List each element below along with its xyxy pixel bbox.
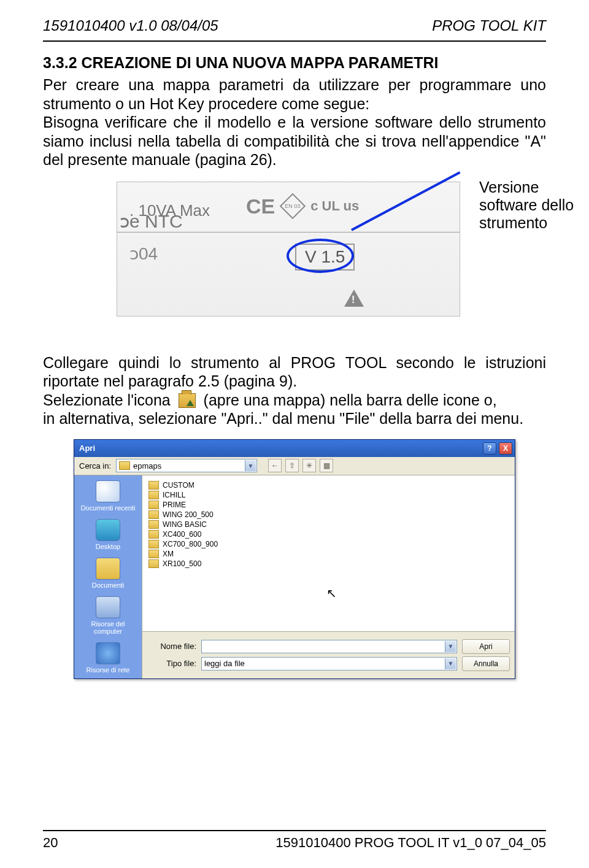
- ce-mark-icon: CE: [246, 194, 275, 218]
- chevron-down-icon[interactable]: ▼: [245, 460, 256, 471]
- paragraph-1a: Per creare una mappa parametri da utiliz…: [43, 75, 546, 113]
- documents-icon: [96, 558, 120, 580]
- header-left: 1591010400 v1.0 08/04/05: [43, 17, 218, 34]
- list-item[interactable]: XM: [147, 549, 510, 559]
- blue-circle-annotation: [287, 239, 354, 273]
- folder-icon: [148, 559, 159, 568]
- desktop-icon: [96, 519, 120, 541]
- paragraph-1b: Bisogna verificare che il modello e la v…: [43, 113, 546, 169]
- cancel-button[interactable]: Annulla: [462, 656, 510, 671]
- cert-icons: CE EN 03 c UL us: [246, 194, 359, 218]
- dialog-toolbar: Cerca in: epmaps ▼ ← ⇧ ✳ ▦: [74, 457, 515, 475]
- en-diamond-icon: EN 03: [280, 193, 306, 219]
- folder-icon: [148, 530, 159, 539]
- sidebar-item-recent[interactable]: Documenti recenti: [80, 480, 136, 512]
- folder-icon: [148, 491, 159, 499]
- device-label-figure: . 10VA Max ɔe NTC CE EN 03 c UL us ͻ04 V…: [117, 182, 460, 317]
- warning-triangle-icon: [344, 290, 364, 307]
- open-file-dialog: Apri ? X Cerca in: epmaps ▼ ← ⇧ ✳ ▦ Docu…: [74, 439, 515, 679]
- network-icon: [96, 642, 120, 664]
- folder-icon: [119, 461, 130, 470]
- folder-icon: [148, 540, 159, 548]
- dialog-titlebar[interactable]: Apri ? X: [74, 440, 515, 457]
- places-sidebar: Documenti recenti Desktop Documenti Riso…: [74, 475, 142, 678]
- section-title: 3.3.2 CREAZIONE DI UNA NUOVA MAPPA PARAM…: [43, 54, 546, 72]
- header-rule: [43, 40, 546, 42]
- open-map-icon: [179, 393, 196, 408]
- file-list[interactable]: CUSTOM ICHILL PRIME WING 200_500 WING BA…: [142, 475, 515, 631]
- filetype-label: Tipo file:: [147, 659, 196, 668]
- computer-icon: [96, 596, 120, 618]
- list-item[interactable]: WING BASIC: [147, 520, 510, 529]
- filetype-combo[interactable]: leggi da file▼: [201, 657, 457, 670]
- sidebar-item-documents[interactable]: Documenti: [80, 558, 136, 589]
- paragraph-2c: in alternativa, selezionare "Apri.." dal…: [43, 409, 546, 428]
- sidebar-item-computer[interactable]: Risorse del computer: [80, 596, 136, 635]
- folder-icon: [148, 510, 159, 519]
- sidebar-item-network[interactable]: Risorse di rete: [80, 642, 136, 674]
- folder-icon: [148, 550, 159, 558]
- label-ntc-text: ɔe NTC: [120, 210, 183, 232]
- list-item[interactable]: WING 200_500: [147, 510, 510, 520]
- paragraph-2a: Collegare quindi lo strumento al PROG TO…: [43, 353, 546, 391]
- dialog-title: Apri: [79, 444, 95, 453]
- list-item[interactable]: XR100_500: [147, 559, 510, 569]
- ul-mark-icon: c UL us: [310, 198, 359, 214]
- chevron-down-icon[interactable]: ▼: [445, 641, 456, 652]
- folder-icon: [148, 481, 159, 490]
- folder-icon: [148, 501, 159, 509]
- open-button[interactable]: Apri: [462, 639, 510, 654]
- view-mode-button[interactable]: ▦: [320, 459, 333, 472]
- paragraph-2b-pre: Selezionate l'icona: [43, 391, 171, 409]
- footer-right: 1591010400 PROG TOOL IT v1_0 07_04_05: [275, 835, 546, 851]
- paragraph-2b-post: (apre una mappa) nella barra delle icone…: [204, 391, 497, 409]
- recent-docs-icon: [96, 480, 120, 502]
- new-folder-button[interactable]: ✳: [302, 459, 316, 472]
- paragraph-2b: Selezionate l'icona (apre una mappa) nel…: [43, 391, 546, 410]
- list-item[interactable]: XC700_800_900: [147, 539, 510, 549]
- sidebar-item-desktop[interactable]: Desktop: [80, 519, 136, 550]
- look-in-label: Cerca in:: [79, 461, 111, 470]
- list-item[interactable]: PRIME: [147, 500, 510, 510]
- header-right: PROG TOOL KIT: [432, 17, 546, 34]
- cursor-icon: ↖: [326, 586, 337, 601]
- look-in-combo[interactable]: epmaps ▼: [116, 459, 257, 472]
- version-callout: Versione software dello strumento: [479, 179, 589, 232]
- filename-label: Nome file:: [147, 642, 196, 651]
- dialog-help-button[interactable]: ?: [483, 442, 496, 455]
- dialog-close-button[interactable]: X: [499, 442, 512, 455]
- callout-line-2: software dello: [479, 196, 589, 214]
- folder-icon: [148, 520, 159, 529]
- chevron-down-icon[interactable]: ▼: [445, 658, 456, 669]
- callout-line-3: strumento: [479, 214, 589, 232]
- look-in-value: epmaps: [133, 461, 161, 470]
- callout-line-1: Versione: [479, 179, 589, 196]
- list-item[interactable]: XC400_600: [147, 529, 510, 539]
- nav-back-button[interactable]: ←: [268, 459, 282, 472]
- list-item[interactable]: ICHILL: [147, 490, 510, 500]
- nav-up-button[interactable]: ⇧: [285, 459, 299, 472]
- label-code: ͻ04: [129, 244, 158, 264]
- list-item[interactable]: CUSTOM: [147, 480, 510, 490]
- filename-input[interactable]: ▼: [201, 640, 457, 653]
- page-number: 20: [43, 835, 58, 851]
